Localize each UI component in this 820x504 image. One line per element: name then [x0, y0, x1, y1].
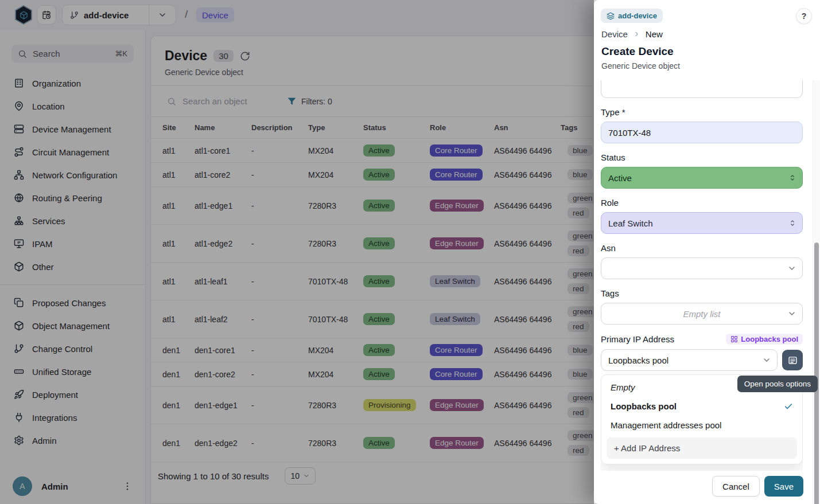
drawer-branch-name: add-device: [618, 11, 657, 20]
cancel-button[interactable]: Cancel: [712, 476, 760, 497]
drawer-footer: Cancel Save: [712, 476, 803, 497]
asn-label: Asn: [601, 243, 803, 253]
type-label: Type *: [601, 107, 803, 117]
dropdown-option-label: Empty: [611, 382, 635, 392]
open-pools-button[interactable]: [782, 350, 803, 370]
app-root: add-device / Device Search ⌘K Organizati…: [0, 0, 820, 504]
breadcrumb-device[interactable]: Device: [601, 29, 628, 39]
layers-icon: [607, 12, 615, 20]
breadcrumb-new: New: [646, 29, 663, 39]
dropdown-option-label: Loopbacks pool: [611, 401, 677, 411]
list-icon: [788, 355, 798, 365]
save-button[interactable]: Save: [764, 476, 803, 497]
help-button[interactable]: ?: [796, 8, 812, 24]
tags-label: Tags: [601, 288, 803, 298]
primary-ip-label: Primary IP Address: [601, 334, 674, 344]
dropdown-option-loopbacks-pool[interactable]: Loopbacks pool: [601, 397, 802, 416]
chevrons-up-down-icon: [788, 219, 796, 227]
drawer-branch-badge: add-device: [601, 9, 663, 23]
drawer-breadcrumb: Device New: [601, 29, 663, 39]
modal-overlay[interactable]: [0, 0, 594, 504]
type-input[interactable]: 7010TX-48: [601, 122, 803, 143]
drawer-subtitle: Generic Device object: [601, 61, 680, 71]
scrollbar-thumb[interactable]: [814, 243, 819, 504]
pool-badge[interactable]: Loopbacks pool: [726, 334, 803, 345]
chevron-right-icon: [633, 30, 640, 38]
status-value: Active: [608, 173, 632, 183]
add-ip-address-button[interactable]: + Add IP Address: [607, 437, 797, 459]
dropdown-option-label: Management addresses pool: [611, 420, 721, 430]
tags-select[interactable]: Empty list: [601, 303, 803, 325]
chevron-down-icon: [787, 264, 796, 273]
create-device-form: Type * 7010TX-48 Status Active Role Leaf…: [601, 80, 803, 471]
chevron-down-icon: [762, 355, 771, 365]
status-label: Status: [601, 153, 803, 162]
primary-ip-value: Loopbacks pool: [608, 355, 669, 365]
asn-select[interactable]: [601, 257, 803, 279]
tags-placeholder: Empty list: [608, 309, 795, 319]
pools-tooltip: Open pools options: [737, 376, 818, 392]
check-icon: [784, 402, 793, 411]
pool-badge-label: Loopbacks pool: [741, 335, 798, 343]
drawer-scrollbar[interactable]: [813, 80, 820, 504]
grid-icon: [730, 335, 738, 343]
status-select[interactable]: Active: [601, 167, 803, 189]
role-value: Leaf Switch: [608, 218, 653, 228]
chevrons-up-down-icon: [788, 174, 796, 182]
drawer-title: Create Device: [601, 45, 674, 58]
role-select[interactable]: Leaf Switch: [601, 212, 803, 234]
chevron-down-icon: [787, 309, 796, 318]
name-input-partial[interactable]: [601, 80, 803, 98]
dropdown-option-management-addresses-pool[interactable]: Management addresses pool: [601, 416, 802, 435]
primary-ip-select[interactable]: Loopbacks pool: [601, 349, 778, 371]
create-device-drawer: add-device ? Device New Create Device Ge…: [594, 0, 820, 504]
type-value: 7010TX-48: [608, 128, 651, 138]
role-label: Role: [601, 198, 803, 208]
